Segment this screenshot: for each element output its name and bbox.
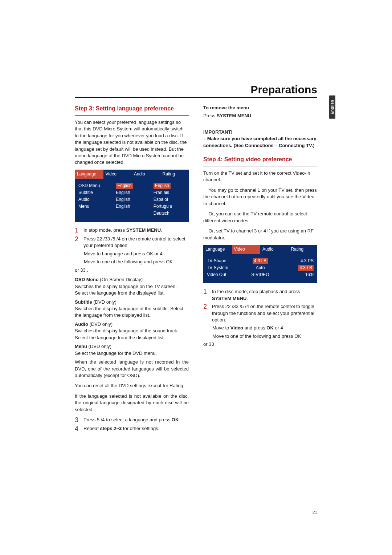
osd-option: 4:3 PS	[281, 258, 315, 264]
title-rule	[75, 97, 317, 98]
step4-p1: Turn on the TV set and set it to the cor…	[203, 170, 317, 183]
osd-tab-rating: Rating	[160, 170, 189, 179]
bullet-tail: or 33 .	[203, 341, 317, 348]
definition-osd: OSD Menu (On-Screen Display) Switches th…	[75, 276, 189, 296]
osd-value: English	[114, 196, 149, 203]
language-tab: English	[329, 96, 335, 119]
osd-option: 16:9	[281, 271, 315, 278]
step4-rule	[203, 166, 317, 166]
osd-option: Portugu s	[152, 203, 187, 210]
step-number-1: 1	[75, 227, 80, 234]
remove-menu-title: To remove the menu	[203, 105, 317, 111]
osd-tab-audio: Audio	[260, 245, 289, 254]
note: When the selected language is not record…	[75, 359, 189, 379]
right-column: To remove the menu Press SYSTEM MENU. IM…	[203, 105, 317, 434]
left-column: Step 3: Setting language preference You …	[75, 105, 189, 434]
osd-option: Deutsch	[152, 210, 187, 217]
definition-audio: Audio (DVD only) Switches the display la…	[75, 321, 189, 341]
osd-value: S-VIDEO	[243, 271, 277, 278]
osd-label: OSD Menu	[77, 182, 111, 189]
step-number-3: 3	[75, 417, 80, 424]
bullet-item: Move to Video and press OK or 4 . Move t…	[203, 325, 317, 348]
step3-intro: You can select your preferred language s…	[75, 119, 189, 166]
note: If the language selected is not availabl…	[75, 393, 189, 413]
important-block: IMPORTANT! – Make sure you have complete…	[203, 129, 317, 149]
osd-option: 4:3 LB	[281, 264, 315, 271]
list-item: 2 Press 22 /33 /5 /4 on the remote contr…	[75, 236, 189, 249]
definition-menu: Menu (DVD only) Select the language for …	[75, 343, 189, 357]
step3-title: Step 3: Setting language preference	[75, 105, 189, 113]
step4-p4: Or, set TV to channel 3 or 4 if you are …	[203, 228, 317, 241]
osd-tab-language: Language	[203, 245, 232, 254]
bullet-item: Move to Language and press OK or 4 . Mov…	[75, 251, 189, 274]
step-number-2: 2	[75, 236, 80, 243]
osd-value: Auto	[243, 264, 277, 271]
page-number: 21	[313, 510, 317, 515]
osd-tab-video: Video	[232, 245, 261, 254]
remove-menu-body: Press SYSTEM MENU.	[203, 113, 317, 119]
osd-option: English	[152, 182, 187, 189]
step-number-1: 1	[203, 288, 208, 296]
osd-video-menu: Language Video Audio Rating TV Shape TV …	[203, 245, 317, 283]
step-number-2: 2	[203, 303, 208, 311]
osd-label: Video Out	[205, 271, 240, 278]
list-item: 4 Repeat steps 2~3 for other settings.	[75, 425, 189, 433]
bullet-tail: or 33 .	[75, 267, 189, 274]
osd-label: TV Shape	[205, 258, 240, 264]
page-title: Preparations	[75, 84, 317, 96]
osd-label: Audio	[77, 196, 111, 203]
list-item: 2 Press 22 /33 /5 /4 on the remote contr…	[203, 303, 317, 323]
step3-rule	[75, 115, 189, 116]
osd-value: English	[114, 189, 149, 196]
osd-option: Espa ol	[152, 196, 187, 203]
osd-tab-video: Video	[103, 170, 132, 179]
list-item: 1 In the disc mode, stop playback and pr…	[203, 288, 317, 302]
osd-value: English	[114, 182, 149, 189]
step-number-4: 4	[75, 425, 80, 433]
step4-title: Step 4: Setting video preference	[203, 155, 317, 164]
list-item: 3 Press 5 /4 to select a language and pr…	[75, 417, 189, 424]
osd-label: TV System	[205, 264, 240, 271]
osd-label: Menu	[77, 203, 111, 210]
osd-value: 4:3 LB	[243, 258, 277, 264]
step4-p2: You may go to channel 1 on your TV set, …	[203, 187, 317, 207]
osd-label: Subtitle	[77, 189, 111, 196]
osd-language-menu: Language Video Audio Rating OSD Menu Sub…	[75, 170, 189, 222]
note: You can reset all the DVD settings excep…	[75, 382, 189, 389]
osd-tab-rating: Rating	[289, 245, 318, 254]
definition-subtitle: Subtitle (DVD only) Switches the display…	[75, 299, 189, 319]
osd-tab-language: Language	[75, 170, 103, 179]
osd-value: English	[114, 203, 149, 210]
osd-option: Fran ais	[152, 189, 187, 196]
osd-tab-audio: Audio	[132, 170, 160, 179]
step4-p3: Or, you can use the TV remote control to…	[203, 211, 317, 224]
list-item: 1 In stop mode, press SYSTEM MENU.	[75, 227, 189, 234]
